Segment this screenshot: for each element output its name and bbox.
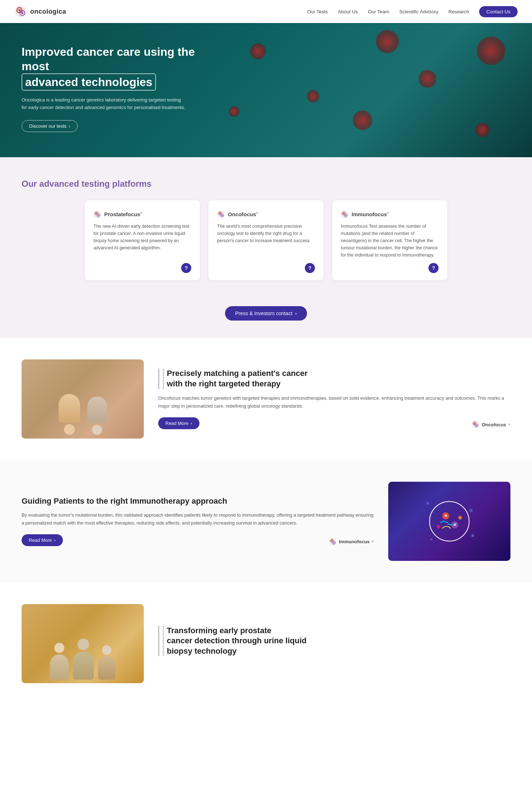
immunofocus-feature-title: Guiding Patients to the right Immunother… [22, 496, 374, 507]
oncofocus-card: Oncofocus® The world's most comprehensiv… [208, 200, 324, 280]
svg-point-24 [476, 425, 477, 426]
prostatefocus-feature-section: Transforming early prostate cancer detec… [0, 582, 532, 705]
immunofocus-brand: Immunofocus® [341, 210, 439, 218]
svg-point-18 [343, 213, 344, 214]
chevron-right-icon: › [69, 123, 70, 129]
press-investors-label: Press & Investors contact [235, 310, 292, 316]
prostatefocus-description: The new AI-driven early detection screen… [93, 223, 191, 259]
svg-point-3 [18, 9, 20, 11]
immunofocus-logo-icon [341, 210, 349, 218]
prostatefocus-logo-icon [93, 210, 101, 218]
hero-circle-8 [229, 106, 239, 117]
hero-circle-5 [353, 110, 372, 130]
hero-section: Improved cancer care using the most adva… [0, 23, 532, 157]
hero-title-boxed: advanced technologies [22, 73, 156, 91]
prostatefocus-title-part2: cancer detection through urine liquid [163, 636, 307, 646]
press-investors-button[interactable]: Press & Investors contact › [225, 306, 307, 321]
svg-point-34 [437, 525, 440, 528]
discover-tests-label: Discover our tests [29, 123, 66, 129]
oncofocus-name: Oncofocus® [228, 211, 258, 217]
svg-point-26 [469, 509, 473, 512]
platforms-section: Our advanced testing platforms Prostatef… [0, 157, 532, 295]
oncofocus-feature-description: Oncofocus matches tumor genetics with ta… [158, 394, 510, 410]
svg-point-28 [471, 534, 474, 537]
immunofocus-feature-row: ✕ ✕ Guiding Patients to the right Immuno… [22, 482, 510, 561]
platforms-title: Our advanced testing platforms [22, 179, 510, 189]
immunofocus-info-button[interactable]: ? [428, 263, 439, 273]
nav-link-team[interactable]: Our Team [368, 9, 389, 14]
immunofocus-card: Immunofocus® Immunofocus Test assesses t… [332, 200, 447, 280]
oncofocus-read-more-chevron: › [191, 421, 192, 426]
nav-link-contact[interactable]: Contact Us [479, 6, 518, 17]
immunofocus-read-more-button[interactable]: Read More › [22, 534, 63, 546]
svg-point-25 [426, 502, 429, 505]
svg-point-13 [219, 213, 221, 214]
svg-point-14 [221, 215, 223, 216]
hero-circle-2 [418, 70, 436, 88]
nav-item-advisory[interactable]: Scientific Advisory [399, 8, 439, 15]
oncofocus-read-more-label: Read More [165, 421, 188, 426]
svg-point-35 [458, 516, 462, 520]
oncofocus-logo-icon [217, 210, 225, 218]
oncofocus-brand-label: Oncofocus® [472, 421, 510, 428]
immunofocus-brand-label: Immunofocus® [329, 538, 374, 546]
hero-circle-3 [376, 30, 399, 53]
nav-item-about[interactable]: About Us [338, 8, 358, 15]
oncofocus-feature-section: Precisely matching a patient's cancer wi… [0, 338, 532, 460]
svg-point-19 [345, 215, 347, 216]
svg-point-40 [333, 542, 335, 544]
hero-title: Improved cancer care using the most adva… [22, 45, 223, 91]
nav-link-research[interactable]: Research [448, 9, 469, 14]
oncofocus-feature-row: Precisely matching a patient's cancer wi… [22, 359, 510, 439]
svg-point-27 [430, 538, 432, 540]
nav-link-tests[interactable]: Our Tests [307, 9, 328, 14]
platforms-title-plain: Our advanced [22, 179, 82, 189]
immunofocus-read-more-label: Read More [29, 537, 52, 543]
nav-item-tests[interactable]: Our Tests [307, 8, 328, 15]
svg-point-39 [331, 540, 332, 541]
svg-point-8 [96, 213, 97, 214]
nav-link-about[interactable]: About Us [338, 9, 358, 14]
immunofocus-feature-brand-text: Immunofocus [339, 539, 370, 544]
oncofocus-feature-brand-text: Oncofocus [482, 422, 506, 427]
prostatefocus-brand: Prostatefocus® [93, 210, 191, 218]
hero-circle-7 [250, 43, 266, 59]
svg-point-29 [430, 502, 469, 541]
prostatefocus-feature-content: Transforming early prostate cancer detec… [158, 626, 510, 662]
prostatefocus-feature-row: Transforming early prostate cancer detec… [22, 604, 510, 683]
oncofocus-read-more-button[interactable]: Read More › [158, 417, 200, 429]
prostatefocus-info-button[interactable]: ? [181, 263, 191, 273]
nav-item-team[interactable]: Our Team [368, 8, 389, 15]
immunofocus-read-more-chevron: › [54, 537, 55, 543]
oncofocus-info-button[interactable]: ? [305, 263, 315, 273]
oncofocus-title-part2: with the right targeted therapy [163, 379, 281, 389]
press-investors-row: Press & Investors contact › [0, 295, 532, 338]
prostatefocus-name: Prostatefocus® [104, 211, 142, 217]
prostatefocus-title-part1: Transforming early prostate [163, 626, 271, 636]
hero-circle-1 [477, 36, 505, 65]
logo-area: oncologica [14, 5, 66, 18]
prostatefocus-title-part3: biopsy technology [163, 646, 237, 657]
oncofocus-description: The world's most comprehensive precision… [217, 223, 315, 259]
nav-link-advisory[interactable]: Scientific Advisory [399, 9, 439, 14]
nav-item-contact[interactable]: Contact Us [479, 8, 518, 15]
prostatefocus-card: Prostatefocus® The new AI-driven early d… [85, 200, 200, 280]
oncofocus-feature-title: Precisely matching a patient's cancer wi… [158, 368, 510, 389]
patients-image [22, 359, 144, 439]
oncofocus-feature-content: Precisely matching a patient's cancer wi… [158, 368, 510, 429]
nav-links: Our Tests About Us Our Team Scientific A… [307, 8, 518, 15]
svg-point-4 [21, 12, 23, 14]
hero-circle-4 [475, 123, 490, 137]
oncofocus-brand: Oncofocus® [217, 210, 315, 218]
immunofocus-description: Immunofocus Test assesses the number of … [341, 223, 439, 259]
navbar: oncologica Our Tests About Us Our Team S… [0, 0, 532, 23]
svg-text:✕: ✕ [444, 513, 448, 518]
discover-tests-button[interactable]: Discover our tests › [22, 120, 78, 132]
immunofocus-feature-logo-icon [329, 538, 337, 546]
elderly-image [22, 604, 144, 683]
hero-content: Improved cancer care using the most adva… [22, 45, 223, 132]
platform-cards-container: Prostatefocus® The new AI-driven early d… [22, 200, 510, 280]
nav-item-research[interactable]: Research [448, 8, 469, 15]
prostatefocus-feature-title: Transforming early prostate cancer detec… [158, 626, 510, 657]
immunofocus-name: Immunofocus® [352, 211, 389, 217]
